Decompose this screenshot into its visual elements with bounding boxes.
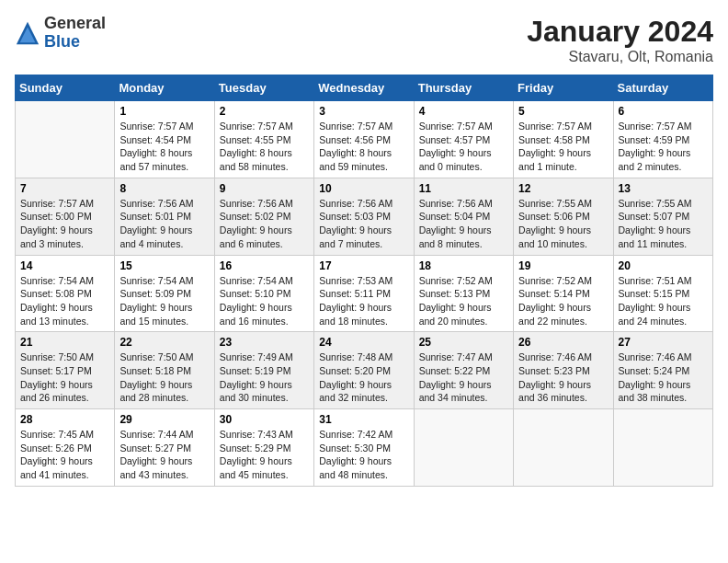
day-number: 17 xyxy=(319,259,408,272)
week-row-1: 1Sunrise: 7:57 AM Sunset: 4:54 PM Daylig… xyxy=(16,101,713,178)
calendar-cell: 1Sunrise: 7:57 AM Sunset: 4:54 PM Daylig… xyxy=(115,101,214,178)
calendar-cell: 30Sunrise: 7:43 AM Sunset: 5:29 PM Dayli… xyxy=(214,409,313,487)
calendar-cell: 7Sunrise: 7:57 AM Sunset: 5:00 PM Daylig… xyxy=(16,178,115,255)
day-info: Sunrise: 7:57 AM Sunset: 4:55 PM Dayligh… xyxy=(220,120,309,174)
calendar-cell: 13Sunrise: 7:55 AM Sunset: 5:07 PM Dayli… xyxy=(613,178,712,255)
day-number: 28 xyxy=(20,413,109,426)
day-number: 19 xyxy=(518,259,608,272)
calendar-cell: 14Sunrise: 7:54 AM Sunset: 5:08 PM Dayli… xyxy=(16,255,115,332)
week-row-2: 7Sunrise: 7:57 AM Sunset: 5:00 PM Daylig… xyxy=(16,178,713,255)
day-number: 5 xyxy=(518,105,608,118)
day-number: 26 xyxy=(518,336,608,349)
calendar-cell: 21Sunrise: 7:50 AM Sunset: 5:17 PM Dayli… xyxy=(16,332,115,409)
calendar-cell: 29Sunrise: 7:44 AM Sunset: 5:27 PM Dayli… xyxy=(115,409,214,487)
col-saturday: Saturday xyxy=(613,75,712,101)
day-info: Sunrise: 7:54 AM Sunset: 5:10 PM Dayligh… xyxy=(220,274,309,328)
day-number: 4 xyxy=(419,105,508,118)
day-info: Sunrise: 7:49 AM Sunset: 5:19 PM Dayligh… xyxy=(220,350,309,405)
day-info: Sunrise: 7:57 AM Sunset: 4:58 PM Dayligh… xyxy=(518,120,608,174)
calendar-body: 1Sunrise: 7:57 AM Sunset: 4:54 PM Daylig… xyxy=(16,101,713,487)
calendar-cell: 31Sunrise: 7:42 AM Sunset: 5:30 PM Dayli… xyxy=(314,409,414,487)
day-info: Sunrise: 7:57 AM Sunset: 4:54 PM Dayligh… xyxy=(119,120,209,174)
calendar-cell: 20Sunrise: 7:51 AM Sunset: 5:15 PM Dayli… xyxy=(613,255,712,332)
day-number: 18 xyxy=(419,259,508,272)
calendar-cell: 27Sunrise: 7:46 AM Sunset: 5:24 PM Dayli… xyxy=(613,332,712,409)
calendar-cell: 24Sunrise: 7:48 AM Sunset: 5:20 PM Dayli… xyxy=(314,332,414,409)
day-number: 1 xyxy=(119,105,209,118)
day-info: Sunrise: 7:45 AM Sunset: 5:26 PM Dayligh… xyxy=(20,428,109,482)
day-info: Sunrise: 7:50 AM Sunset: 5:17 PM Dayligh… xyxy=(20,350,109,405)
week-row-3: 14Sunrise: 7:54 AM Sunset: 5:08 PM Dayli… xyxy=(16,255,713,332)
location-title: Stavaru, Olt, Romania xyxy=(527,49,713,65)
day-info: Sunrise: 7:47 AM Sunset: 5:22 PM Dayligh… xyxy=(419,350,508,405)
day-info: Sunrise: 7:46 AM Sunset: 5:23 PM Dayligh… xyxy=(518,350,608,405)
day-number: 20 xyxy=(619,259,708,272)
day-number: 31 xyxy=(319,413,408,426)
day-number: 12 xyxy=(518,182,608,195)
day-number: 14 xyxy=(20,259,109,272)
calendar-cell: 25Sunrise: 7:47 AM Sunset: 5:22 PM Dayli… xyxy=(414,332,513,409)
day-info: Sunrise: 7:55 AM Sunset: 5:06 PM Dayligh… xyxy=(518,197,608,251)
calendar-header: Sunday Monday Tuesday Wednesday Thursday… xyxy=(16,75,713,101)
calendar-cell: 12Sunrise: 7:55 AM Sunset: 5:06 PM Dayli… xyxy=(514,178,613,255)
day-info: Sunrise: 7:57 AM Sunset: 4:59 PM Dayligh… xyxy=(619,120,708,174)
calendar-cell: 18Sunrise: 7:52 AM Sunset: 5:13 PM Dayli… xyxy=(414,255,513,332)
week-row-4: 21Sunrise: 7:50 AM Sunset: 5:17 PM Dayli… xyxy=(16,332,713,409)
logo: General Blue xyxy=(15,15,106,52)
day-number: 21 xyxy=(20,336,109,349)
calendar-cell: 23Sunrise: 7:49 AM Sunset: 5:19 PM Dayli… xyxy=(214,332,313,409)
logo-text: General Blue xyxy=(44,15,106,52)
col-monday: Monday xyxy=(115,75,214,101)
calendar-cell: 15Sunrise: 7:54 AM Sunset: 5:09 PM Dayli… xyxy=(115,255,214,332)
day-info: Sunrise: 7:46 AM Sunset: 5:24 PM Dayligh… xyxy=(619,350,708,405)
col-tuesday: Tuesday xyxy=(214,75,313,101)
day-number: 6 xyxy=(619,105,708,118)
day-number: 23 xyxy=(220,336,309,349)
calendar-cell: 28Sunrise: 7:45 AM Sunset: 5:26 PM Dayli… xyxy=(16,409,115,487)
day-info: Sunrise: 7:56 AM Sunset: 5:03 PM Dayligh… xyxy=(319,197,408,251)
calendar-cell: 4Sunrise: 7:57 AM Sunset: 4:57 PM Daylig… xyxy=(414,101,513,178)
month-title: January 2024 xyxy=(527,15,713,49)
col-sunday: Sunday xyxy=(16,75,115,101)
calendar-cell: 9Sunrise: 7:56 AM Sunset: 5:02 PM Daylig… xyxy=(214,178,313,255)
day-number: 30 xyxy=(220,413,309,426)
title-area: January 2024 Stavaru, Olt, Romania xyxy=(527,15,713,65)
day-number: 29 xyxy=(119,413,209,426)
calendar-cell: 2Sunrise: 7:57 AM Sunset: 4:55 PM Daylig… xyxy=(214,101,313,178)
day-number: 11 xyxy=(419,182,508,195)
day-info: Sunrise: 7:54 AM Sunset: 5:08 PM Dayligh… xyxy=(20,274,109,328)
calendar-cell: 11Sunrise: 7:56 AM Sunset: 5:04 PM Dayli… xyxy=(414,178,513,255)
col-friday: Friday xyxy=(514,75,613,101)
day-info: Sunrise: 7:55 AM Sunset: 5:07 PM Dayligh… xyxy=(619,197,708,251)
day-info: Sunrise: 7:54 AM Sunset: 5:09 PM Dayligh… xyxy=(119,274,209,328)
day-number: 22 xyxy=(119,336,209,349)
calendar-cell: 8Sunrise: 7:56 AM Sunset: 5:01 PM Daylig… xyxy=(115,178,214,255)
day-info: Sunrise: 7:57 AM Sunset: 5:00 PM Dayligh… xyxy=(20,197,109,251)
calendar-cell xyxy=(414,409,513,487)
calendar-cell xyxy=(613,409,712,487)
day-number: 25 xyxy=(419,336,508,349)
day-number: 7 xyxy=(20,182,109,195)
day-info: Sunrise: 7:50 AM Sunset: 5:18 PM Dayligh… xyxy=(119,350,209,405)
day-info: Sunrise: 7:53 AM Sunset: 5:11 PM Dayligh… xyxy=(319,274,408,328)
logo-general: General xyxy=(44,15,106,33)
calendar-cell xyxy=(16,101,115,178)
day-info: Sunrise: 7:56 AM Sunset: 5:02 PM Dayligh… xyxy=(220,197,309,251)
day-info: Sunrise: 7:52 AM Sunset: 5:14 PM Dayligh… xyxy=(518,274,608,328)
day-number: 15 xyxy=(119,259,209,272)
day-number: 13 xyxy=(619,182,708,195)
day-number: 27 xyxy=(619,336,708,349)
calendar-cell: 16Sunrise: 7:54 AM Sunset: 5:10 PM Dayli… xyxy=(214,255,313,332)
day-info: Sunrise: 7:44 AM Sunset: 5:27 PM Dayligh… xyxy=(119,428,209,482)
col-wednesday: Wednesday xyxy=(314,75,414,101)
logo-icon xyxy=(15,20,40,46)
calendar-cell: 5Sunrise: 7:57 AM Sunset: 4:58 PM Daylig… xyxy=(514,101,613,178)
day-info: Sunrise: 7:56 AM Sunset: 5:01 PM Dayligh… xyxy=(119,197,209,251)
day-info: Sunrise: 7:48 AM Sunset: 5:20 PM Dayligh… xyxy=(319,350,408,405)
calendar-cell: 17Sunrise: 7:53 AM Sunset: 5:11 PM Dayli… xyxy=(314,255,414,332)
header-row: Sunday Monday Tuesday Wednesday Thursday… xyxy=(16,75,713,101)
day-number: 24 xyxy=(319,336,408,349)
calendar-cell: 19Sunrise: 7:52 AM Sunset: 5:14 PM Dayli… xyxy=(514,255,613,332)
day-number: 9 xyxy=(220,182,309,195)
col-thursday: Thursday xyxy=(414,75,513,101)
